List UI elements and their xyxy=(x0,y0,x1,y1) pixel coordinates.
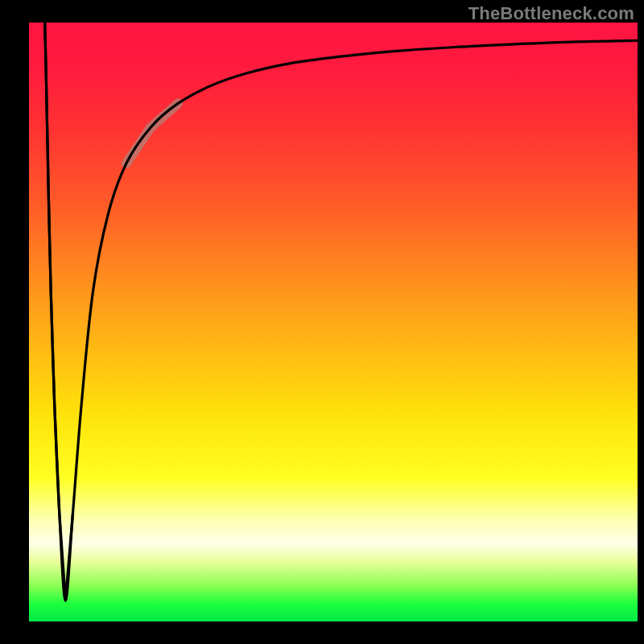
chart-frame: TheBottleneck.com xyxy=(0,0,644,644)
plot-area xyxy=(29,23,638,621)
curve-highlight-segment xyxy=(126,103,178,163)
watermark-label: TheBottleneck.com xyxy=(469,3,634,24)
curve-main-path xyxy=(45,23,638,601)
curve-svg xyxy=(29,23,638,621)
